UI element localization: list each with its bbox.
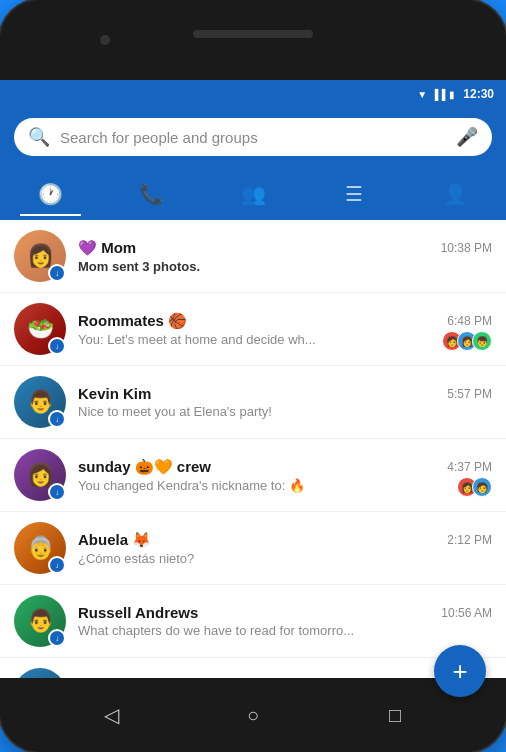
phone-frame: ▼ ▐▐ ▮ 12:30 🔍 Search for people and gro… [0,0,506,752]
conversation-preview: ¿Cómo estás nieto? [78,551,492,566]
conversation-item-kevin[interactable]: 👨↓Kevin Kim5:57 PMNice to meet you at El… [0,366,506,439]
status-time: 12:30 [463,87,494,101]
recent-icon: □ [389,704,401,727]
avatar-wrapper: 👩✏ [14,668,66,678]
conversation-name: 💜 Mom [78,239,136,257]
phone-top [0,0,506,80]
clock-icon: 🕐 [38,182,63,206]
avatar-badge: ↓ [48,629,66,647]
conversation-content: sunday 🎃🧡 crew4:37 PMYou changed Kendra'… [78,458,492,493]
avatar-wrapper: 👩↓ [14,230,66,282]
people-icon: 👥 [241,182,266,206]
conversation-content: Chloe Bower9:10 AMYou: Did I leave my um… [78,677,492,678]
group-mini-avatar: 👦 [472,331,492,351]
conversation-name: Chloe Bower [78,677,170,678]
conversation-time: 5:57 PM [447,387,492,401]
home-button[interactable]: ○ [233,695,273,735]
conversation-content: Kevin Kim5:57 PMNice to meet you at Elen… [78,385,492,419]
profile-icon: 👤 [443,182,468,206]
conversation-header-row: Abuela 🦊2:12 PM [78,531,492,549]
conversation-header-row: Roommates 🏀6:48 PM [78,312,492,330]
search-placeholder: Search for people and groups [60,129,446,146]
avatar-badge: ↓ [48,410,66,428]
conversation-name: sunday 🎃🧡 crew [78,458,211,476]
conversation-name: Russell Andrews [78,604,198,621]
conversation-content: Russell Andrews10:56 AMWhat chapters do … [78,604,492,638]
fab-compose[interactable]: + [434,645,486,697]
phone-bottom: ◁ ○ □ [0,678,506,752]
conversation-header-row: Russell Andrews10:56 AM [78,604,492,621]
status-icons: ▼ ▐▐ ▮ [417,89,455,100]
conversation-header-row: Chloe Bower9:10 AM [78,677,492,678]
home-icon: ○ [247,704,259,727]
conversation-time: 10:38 PM [441,241,492,255]
tab-groups[interactable]: ☰ [304,174,405,214]
tab-people[interactable]: 👥 [202,174,303,214]
avatar-wrapper: 👵↓ [14,522,66,574]
back-icon: ◁ [104,703,119,727]
group-avatars: 👩🧑 [462,477,492,497]
battery-icon: ▮ [449,89,455,100]
tab-calls[interactable]: 📞 [101,174,202,214]
conversation-item-roommates[interactable]: 🥗↓Roommates 🏀6:48 PMYou: Let's meet at h… [0,293,506,366]
phone-screen: ▼ ▐▐ ▮ 12:30 🔍 Search for people and gro… [0,80,506,678]
conversation-list: 👩↓💜 Mom10:38 PMMom sent 3 photos.🥗↓Roomm… [0,220,506,678]
header: 🔍 Search for people and groups 🎤 [0,108,506,170]
compose-icon: + [452,656,467,687]
search-icon: 🔍 [28,126,50,148]
avatar-badge: ↓ [48,483,66,501]
avatar-wrapper: 🥗↓ [14,303,66,355]
wifi-icon: ▼ [417,89,427,100]
conversation-item-sunday[interactable]: 👩↓sunday 🎃🧡 crew4:37 PMYou changed Kendr… [0,439,506,512]
conversation-preview: Mom sent 3 photos. [78,259,492,274]
conversation-item-abuela[interactable]: 👵↓Abuela 🦊2:12 PM¿Cómo estás nieto? [0,512,506,585]
conversation-content: 💜 Mom10:38 PMMom sent 3 photos. [78,239,492,274]
conversation-item-chloe[interactable]: 👩✏Chloe Bower9:10 AMYou: Did I leave my … [0,658,506,678]
conversation-preview: What chapters do we have to read for tom… [78,623,492,638]
avatar-badge: ↓ [48,264,66,282]
conversation-content: Abuela 🦊2:12 PM¿Cómo estás nieto? [78,531,492,566]
conversation-content: Roommates 🏀6:48 PMYou: Let's meet at hom… [78,312,492,347]
nav-tabs: 🕐 📞 👥 ☰ 👤 [0,170,506,220]
list-icon: ☰ [345,182,363,206]
conversation-preview: Nice to meet you at Elena's party! [78,404,492,419]
mic-icon[interactable]: 🎤 [456,126,478,148]
conversation-time: 2:12 PM [447,533,492,547]
conversation-time: 6:48 PM [447,314,492,328]
conversation-time: 4:37 PM [447,460,492,474]
search-bar[interactable]: 🔍 Search for people and groups 🎤 [14,118,492,156]
status-bar: ▼ ▐▐ ▮ 12:30 [0,80,506,108]
back-button[interactable]: ◁ [91,695,131,735]
conversation-name: Abuela 🦊 [78,531,151,549]
tab-recent[interactable]: 🕐 [0,174,101,214]
recent-apps-button[interactable]: □ [375,695,415,735]
conversation-item-mom[interactable]: 👩↓💜 Mom10:38 PMMom sent 3 photos. [0,220,506,293]
conversation-header-row: sunday 🎃🧡 crew4:37 PM [78,458,492,476]
conversation-name: Kevin Kim [78,385,151,402]
speaker [193,30,313,38]
avatar-wrapper: 👨↓ [14,376,66,428]
conversation-item-russell[interactable]: 👨↓Russell Andrews10:56 AMWhat chapters d… [0,585,506,658]
conversation-preview: You changed Kendra's nickname to: 🔥 [78,478,492,493]
avatar-badge: ↓ [48,337,66,355]
conversation-time: 10:56 AM [441,606,492,620]
conversation-header-row: 💜 Mom10:38 PM [78,239,492,257]
avatar-badge: ↓ [48,556,66,574]
conversation-preview: You: Let's meet at home and decide wh... [78,332,492,347]
camera [100,35,110,45]
group-mini-avatar: 🧑 [472,477,492,497]
conversation-header-row: Kevin Kim5:57 PM [78,385,492,402]
avatar-wrapper: 👨↓ [14,595,66,647]
tab-profile[interactable]: 👤 [405,174,506,214]
avatar: 👩 [14,668,66,678]
signal-icon: ▐▐ [431,89,445,100]
group-avatars: 🧑👩👦 [447,331,492,351]
avatar-wrapper: 👩↓ [14,449,66,501]
conversation-name: Roommates 🏀 [78,312,187,330]
phone-icon: 📞 [139,182,164,206]
